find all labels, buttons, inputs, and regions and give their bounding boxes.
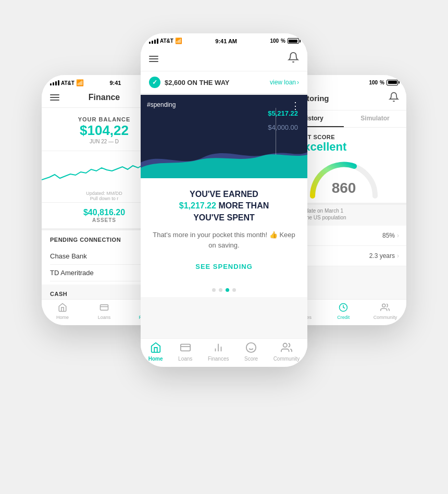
center-loans-icon — [180, 342, 191, 355]
center-home-icon — [150, 342, 161, 355]
center-hamburger[interactable] — [149, 56, 158, 62]
left-nav-home-label: Home — [56, 315, 69, 320]
center-nav-loans[interactable]: Loans — [178, 342, 192, 362]
spending-value-1: $5,217.22 — [268, 109, 298, 117]
right-credit-icon — [339, 303, 348, 314]
left-carrier: AT&T 📶 — [50, 79, 84, 87]
dot-3 — [226, 288, 229, 292]
svg-point-18 — [382, 304, 385, 307]
center-nav-score-label: Score — [244, 356, 258, 362]
center-nav-finances-label: Finances — [208, 356, 229, 362]
dots-indicator — [141, 283, 307, 297]
right-community-icon — [380, 303, 390, 314]
earned-subtitle: That's more in your pocket this month! 👍… — [151, 230, 297, 250]
center-score-icon — [245, 342, 257, 355]
card-content: YOU'VE EARNED $1,217.22 MORE THAN YOU'VE… — [141, 178, 307, 283]
center-bottom-nav: Home Loans Finances — [141, 338, 307, 367]
center-status-bar: AT&T 📶 9:41 AM 100 % — [141, 33, 307, 46]
loan-banner: ✓ $2,600 ON THE WAY view loan › — [141, 71, 307, 95]
center-nav-home-label: Home — [148, 356, 163, 362]
earned-headline: YOU'VE EARNED $1,217.22 MORE THAN YOU'VE… — [151, 189, 297, 224]
center-nav-community-label: Community — [273, 356, 300, 362]
simulator-tab[interactable]: Simulator — [344, 110, 406, 127]
center-nav-community[interactable]: Community — [273, 342, 300, 362]
dot-4 — [232, 288, 236, 292]
right-battery-pct: 100 — [369, 80, 378, 85]
left-nav-loans[interactable]: Loans — [93, 303, 116, 320]
left-title: Finance — [89, 93, 120, 102]
center-nav-home[interactable]: Home — [148, 342, 163, 362]
credit-score-number: 860 — [332, 180, 356, 196]
loan-text: $2,600 ON THE WAY — [165, 79, 270, 87]
center-header — [141, 46, 307, 71]
center-nav-score[interactable]: Score — [244, 342, 258, 362]
loans-icon — [99, 303, 109, 314]
spending-value-2: $4,000.00 — [268, 123, 298, 131]
center-screen: AT&T 📶 9:41 AM 100 % — [141, 33, 307, 367]
right-notification-icon[interactable] — [389, 92, 399, 105]
phone-center: AT&T 📶 9:41 AM 100 % — [141, 33, 307, 367]
loan-link[interactable]: view loan › — [270, 79, 299, 86]
center-carrier: AT&T 📶 — [149, 38, 182, 44]
see-spending-button[interactable]: SEE SPENDING — [151, 258, 297, 275]
spending-tag: #spending — [147, 101, 176, 108]
svg-point-10 — [246, 343, 256, 352]
loan-check-icon: ✓ — [149, 77, 160, 88]
dot-2 — [219, 288, 222, 292]
svg-rect-0 — [101, 305, 108, 311]
dot-1 — [212, 288, 216, 292]
left-nav-loans-label: Loans — [98, 315, 111, 320]
right-nav-community[interactable]: Community — [374, 303, 397, 320]
spending-chart: #spending ⋮ $5,217.22 $4,000.00 — [141, 95, 307, 178]
right-nav-credit-label: Credit — [337, 315, 350, 320]
credit-item-1-value: 85% › — [382, 232, 399, 239]
battery-percent: 100 — [270, 38, 279, 44]
center-community-icon — [281, 342, 292, 355]
svg-point-13 — [283, 343, 287, 347]
credit-item-2-value: 2.3 years › — [369, 252, 399, 260]
notification-icon[interactable] — [288, 52, 299, 66]
center-finances-icon — [213, 342, 224, 355]
home-icon — [58, 303, 67, 314]
right-nav-credit[interactable]: Credit — [332, 303, 355, 320]
spending-card: #spending ⋮ $5,217.22 $4,000.00 — [141, 95, 307, 283]
right-nav-community-label: Community — [374, 315, 397, 320]
center-nav-loans-label: Loans — [178, 356, 192, 362]
center-nav-finances[interactable]: Finances — [208, 342, 229, 362]
svg-rect-5 — [181, 344, 190, 351]
hamburger-icon[interactable] — [50, 94, 59, 101]
phones-container: AT&T 📶 9:41 Finance Y — [42, 33, 406, 461]
left-nav-home[interactable]: Home — [51, 303, 74, 320]
